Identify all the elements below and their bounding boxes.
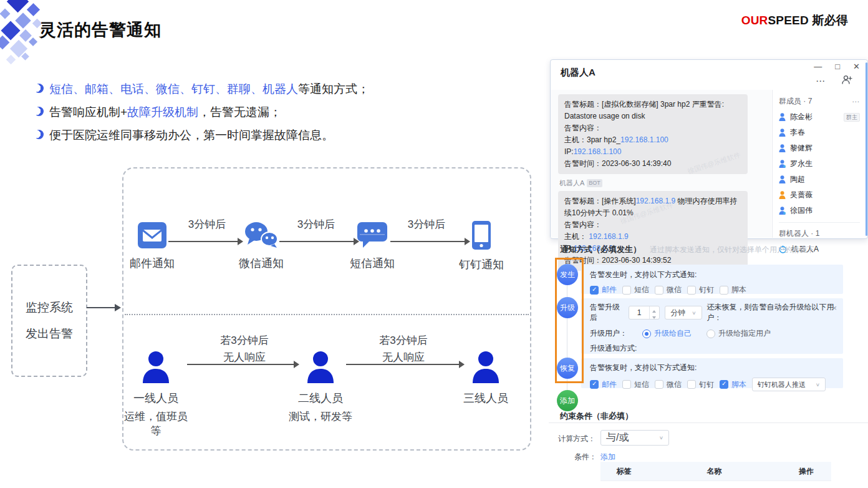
bullet-item: 告警响应机制+故障升级机制，告警无遗漏； bbox=[34, 104, 281, 120]
radio-upgrade-self[interactable]: 升级给自己 bbox=[642, 328, 692, 339]
alert-host-line: 主机：3par hp2_192.168.1.100 bbox=[564, 134, 741, 146]
member-row[interactable]: 罗永生 bbox=[779, 159, 860, 169]
add-member-icon[interactable] bbox=[842, 75, 852, 87]
upgrade-settings-row: × 告警升级后 1 分钟∨ 还未恢复，则告警自动会升级给以下用户： 升级用户： … bbox=[581, 298, 843, 354]
recover-settings-row: 告警恢复时，支持以下方式通知: 邮件 短信 微信 钉钉 脚本 钉钉机器人推送∨ bbox=[581, 358, 843, 388]
member-row[interactable]: 李春 bbox=[779, 127, 860, 138]
member-row[interactable]: 陈金彬 群主 bbox=[779, 112, 860, 122]
host-ip-link[interactable]: 192.168.1.9 bbox=[589, 232, 628, 241]
step-up-icon[interactable] bbox=[650, 306, 659, 313]
member-row[interactable]: 徐国伟 bbox=[779, 205, 860, 216]
table-empty-row bbox=[600, 481, 831, 488]
alert-message-2: 告警标题：[操作系统]192.168.1.9 物理内存使用率持续10分钟大于 0… bbox=[558, 191, 748, 271]
checkbox-sms[interactable]: 短信 bbox=[622, 285, 649, 295]
member-row[interactable]: 陶超 bbox=[779, 174, 860, 185]
checkbox-icon bbox=[720, 286, 728, 295]
robots-header: 群机器人 · 1 bbox=[779, 228, 860, 239]
member-row[interactable]: 黎健辉 bbox=[779, 143, 860, 154]
recover-line: 告警恢复时，支持以下方式通知: bbox=[590, 363, 834, 373]
member-name: 吴蔷薇 bbox=[790, 190, 813, 200]
table-header-tag: 标签 bbox=[600, 462, 647, 481]
member-row[interactable]: 吴蔷薇 bbox=[779, 190, 860, 200]
members-header: 群成员 · 7 ⋯ bbox=[779, 96, 860, 107]
radio-icon bbox=[642, 329, 651, 338]
member-person-icon bbox=[779, 160, 786, 168]
checkbox-mail[interactable]: 邮件 bbox=[590, 379, 617, 390]
bullet-crescent-icon bbox=[34, 107, 44, 116]
bullet-item: 短信、邮箱、电话、微信、钉钉、群聊、机器人等通知方式； bbox=[34, 81, 369, 97]
station-label: 短信通知 bbox=[338, 256, 407, 271]
member-name: 李春 bbox=[790, 127, 805, 138]
bullet-item: 便于医院运维同事移动办公，第一时间掌握故障信息。 bbox=[34, 127, 334, 144]
page-title: 灵活的告警通知 bbox=[39, 19, 162, 41]
highlight-annotation-rect bbox=[555, 258, 584, 383]
bullet-text: 便于医院运维同事移动办公，第一时间掌握故障信息。 bbox=[49, 127, 334, 144]
chevron-down-icon: ∨ bbox=[692, 310, 696, 316]
condition-table: 标签 名称 操作 bbox=[600, 462, 831, 488]
maximize-icon[interactable]: □ bbox=[835, 62, 840, 71]
bullet-crescent-icon bbox=[34, 130, 44, 139]
minimize-icon[interactable]: — bbox=[814, 62, 822, 71]
add-step-button[interactable]: 添加 bbox=[557, 390, 578, 411]
checkbox-wechat[interactable]: 微信 bbox=[655, 285, 682, 295]
window-toolbar: ⋯ bbox=[816, 75, 852, 87]
number-stepper[interactable] bbox=[649, 306, 659, 319]
checkbox-dingtalk[interactable]: 钉钉 bbox=[687, 285, 714, 295]
flowchart-container: 邮件通知 微信通知 短信通知 钉钉通知 3分钟后 3分钟后 3分钟后 bbox=[122, 167, 531, 451]
member-person-icon bbox=[779, 191, 786, 199]
checkbox-icon bbox=[622, 286, 631, 295]
deco-diamond bbox=[29, 37, 37, 46]
checkbox-wechat[interactable]: 微信 bbox=[655, 379, 682, 390]
deco-diamond bbox=[0, 9, 10, 19]
station-label: 微信通知 bbox=[227, 256, 296, 271]
station-mail: 邮件通知 bbox=[118, 222, 186, 271]
source-arrow bbox=[87, 307, 119, 308]
escalate-label: 若3分钟后无人响应 bbox=[372, 332, 435, 366]
radio-upgrade-assign[interactable]: 升级给指定用户 bbox=[706, 328, 771, 339]
members-more-icon[interactable]: ⋯ bbox=[852, 97, 860, 106]
settings-hint: 通过脚本发送通知，仅针对选择单个用户的情况下 bbox=[650, 245, 814, 254]
member-person-icon bbox=[779, 129, 786, 137]
ip-link[interactable]: 192.168.1.100 bbox=[574, 147, 622, 156]
close-icon[interactable]: ✕ bbox=[853, 62, 860, 71]
calc-method-label: 计算方式： bbox=[549, 434, 596, 444]
tier-sub-label: 运维，值班员等 bbox=[122, 409, 190, 438]
chat-sidebar: 群成员 · 7 ⋯ 陈金彬 群主 李春 黎健辉 罗永生 陶 bbox=[772, 90, 865, 238]
member-name: 黎健辉 bbox=[790, 143, 813, 154]
tier-label: 二线人员 bbox=[286, 391, 355, 406]
step-down-icon[interactable] bbox=[650, 313, 659, 319]
constraint-divider bbox=[549, 422, 868, 423]
alert-title: 告警标题：[虚拟化数据存储] 3par hp2 严重警告: Datastore … bbox=[564, 99, 741, 122]
member-name: 徐国伟 bbox=[790, 205, 813, 216]
source-line1: 监控系统 bbox=[26, 300, 73, 316]
upgrade-delay-input[interactable]: 1 bbox=[629, 306, 660, 320]
more-icon[interactable]: ⋯ bbox=[816, 76, 826, 87]
checkbox-mail[interactable]: 邮件 bbox=[590, 285, 617, 295]
deco-diamond bbox=[7, 0, 29, 12]
checkbox-script[interactable]: 脚本 bbox=[720, 285, 746, 295]
checkbox-dingtalk[interactable]: 钉钉 bbox=[687, 379, 714, 390]
checkbox-sms[interactable]: 短信 bbox=[622, 379, 649, 390]
delay-label: 3分钟后 bbox=[291, 216, 341, 233]
host-ip-link[interactable]: 192.168.1.100 bbox=[620, 135, 668, 144]
calc-method-select[interactable]: 与/或∨ bbox=[600, 430, 669, 446]
station-label: 钉钉通知 bbox=[447, 257, 516, 272]
close-icon[interactable]: × bbox=[832, 304, 837, 312]
deco-diamond bbox=[27, 3, 40, 16]
alert-content-label: 告警内容： bbox=[564, 219, 741, 231]
source-line2: 发出告警 bbox=[26, 326, 73, 342]
sidebar-divider bbox=[779, 222, 860, 223]
bullet-text: 告警响应机制+故障升级机制，告警无遗漏； bbox=[49, 104, 281, 120]
monitor-source-box: 监控系统 发出告警 bbox=[11, 265, 87, 377]
bot-sender-name: 机器人A bbox=[559, 178, 584, 188]
window-title: 机器人A bbox=[561, 67, 596, 79]
upgrade-unit-select[interactable]: 分钟∨ bbox=[665, 306, 702, 320]
condition-add-link[interactable]: 添加 bbox=[600, 452, 615, 462]
tier-three-person: 三线人员 bbox=[451, 351, 520, 409]
logo-our: OUR bbox=[741, 14, 768, 27]
table-header-name: 名称 bbox=[647, 462, 781, 481]
script-push-select[interactable]: 钉钉机器人推送∨ bbox=[752, 378, 826, 391]
constraint-header: 约束条件（非必填） bbox=[560, 411, 633, 422]
table-header-action: 操作 bbox=[781, 462, 831, 481]
checkbox-script[interactable]: 脚本 bbox=[720, 379, 746, 390]
